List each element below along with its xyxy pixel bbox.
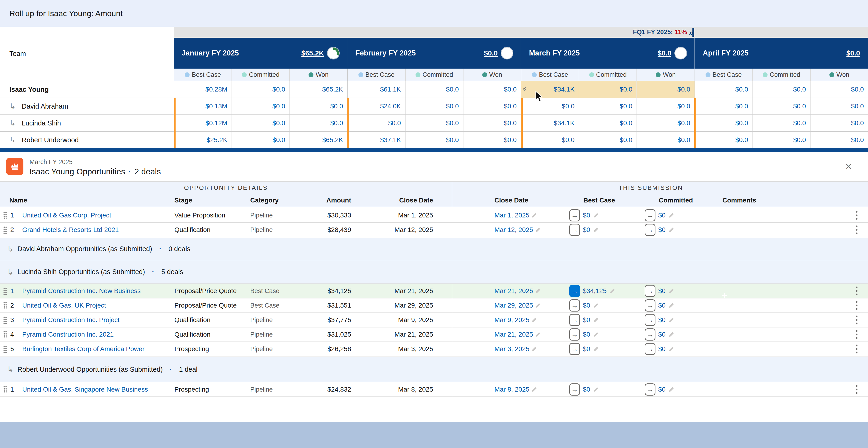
forecast-cell[interactable]: $0.0 xyxy=(637,132,694,148)
committed-value[interactable]: $0 xyxy=(658,316,665,324)
forecast-cell[interactable]: $0.0 xyxy=(694,98,752,115)
drag-handle[interactable] xyxy=(3,316,7,324)
month-total-link[interactable]: $0.0 xyxy=(846,49,860,57)
opportunity-link[interactable]: Pyramid Construction Inc. Project xyxy=(22,316,120,324)
forecast-cell[interactable]: $0.0 xyxy=(579,132,637,148)
committed-value[interactable]: $0 xyxy=(658,345,665,353)
forecast-cell[interactable]: $0.0 xyxy=(810,98,868,115)
best-case-value[interactable]: $0 xyxy=(583,331,590,338)
committed-value[interactable]: $0 xyxy=(658,212,665,219)
copy-forward-button[interactable] xyxy=(645,314,655,326)
forecast-cell[interactable]: $0.0 xyxy=(231,132,289,148)
copy-forward-button[interactable] xyxy=(645,224,655,236)
opportunity-link[interactable]: Burlington Textiles Corp of America Powe… xyxy=(22,345,145,353)
month-total-link[interactable]: $65.2K xyxy=(301,49,324,57)
copy-forward-button[interactable] xyxy=(569,383,580,395)
opportunity-link[interactable]: Pyramid Construction Inc. 2021 xyxy=(22,331,114,338)
row-menu-button[interactable] xyxy=(856,301,858,310)
copy-forward-button[interactable] xyxy=(645,209,655,221)
copy-forward-button[interactable] xyxy=(645,328,655,341)
forecast-cell[interactable]: $0.0 xyxy=(694,81,752,98)
opportunity-link[interactable]: United Oil & Gas, UK Project xyxy=(22,302,106,309)
copy-forward-button[interactable] xyxy=(569,343,580,355)
copy-forward-button[interactable] xyxy=(569,224,580,236)
forecast-cell[interactable]: $0.0 xyxy=(752,115,810,131)
forecast-cell[interactable]: $25.2K xyxy=(174,132,231,148)
committed-value[interactable]: $0 xyxy=(658,386,665,393)
best-case-value[interactable]: $0 xyxy=(583,212,590,219)
row-menu-button[interactable] xyxy=(856,385,858,394)
copy-forward-button[interactable] xyxy=(645,343,655,355)
copy-forward-button[interactable] xyxy=(645,285,655,297)
drag-handle[interactable] xyxy=(3,302,7,309)
copy-forward-button[interactable] xyxy=(569,328,580,341)
sub-close-date-edit[interactable]: Mar 21, 2025 xyxy=(494,331,541,338)
forecast-cell[interactable]: $0.0 xyxy=(463,98,521,115)
drag-handle[interactable] xyxy=(3,212,7,219)
forecast-cell-selected[interactable]: $34.1K xyxy=(521,81,579,98)
forecast-cell[interactable]: $0.12M xyxy=(174,115,231,131)
forecast-cell[interactable]: $0.13M xyxy=(174,98,231,115)
row-menu-button[interactable] xyxy=(856,211,858,220)
sub-close-date-edit[interactable]: Mar 8, 2025 xyxy=(494,386,537,393)
forecast-cell[interactable]: $0.0 xyxy=(405,81,463,98)
drag-handle[interactable] xyxy=(3,331,7,338)
committed-value[interactable]: $0 xyxy=(658,302,665,309)
forecast-cell[interactable]: $34.1K xyxy=(521,115,579,131)
forecast-cell[interactable]: $0.0 xyxy=(637,98,694,115)
forecast-cell[interactable]: $0.0 xyxy=(752,81,810,98)
row-menu-button[interactable] xyxy=(856,287,858,295)
forecast-cell[interactable]: $0.0 xyxy=(694,115,752,131)
row-menu-button[interactable] xyxy=(856,330,858,339)
forecast-cell[interactable]: $0.0 xyxy=(463,132,521,148)
forecast-cell[interactable]: $0.0 xyxy=(231,98,289,115)
forecast-cell[interactable]: $65.2K xyxy=(289,81,347,98)
copy-forward-button-active[interactable] xyxy=(569,285,580,297)
sub-close-date-edit[interactable]: Mar 9, 2025 xyxy=(494,316,537,324)
best-case-value[interactable]: $0 xyxy=(583,316,590,324)
drag-handle[interactable] xyxy=(3,287,7,295)
opportunity-link[interactable]: Grand Hotels & Resorts Ltd 2021 xyxy=(22,226,119,233)
copy-forward-button[interactable] xyxy=(645,299,655,312)
forecast-cell[interactable]: $0.0 xyxy=(463,81,521,98)
forecast-cell[interactable]: $37.1K xyxy=(347,132,405,148)
forecast-cell[interactable]: $0.0 xyxy=(289,115,347,131)
forecast-cell[interactable]: $61.1K xyxy=(347,81,405,98)
best-case-value[interactable]: $0 xyxy=(583,345,590,353)
copy-forward-button[interactable] xyxy=(569,314,580,326)
best-case-value[interactable]: $0 xyxy=(583,386,590,393)
forecast-cell[interactable]: $0.0 xyxy=(637,115,694,131)
forecast-cell[interactable]: $0.0 xyxy=(579,115,637,131)
drag-handle[interactable] xyxy=(3,226,7,233)
forecast-cell[interactable]: $0.0 xyxy=(289,98,347,115)
month-total-link[interactable]: $0.0 xyxy=(658,49,671,57)
copy-forward-button[interactable] xyxy=(645,383,655,395)
forecast-cell[interactable]: $0.0 xyxy=(752,132,810,148)
forecast-cell[interactable]: $0.0 xyxy=(463,115,521,131)
sub-close-date-edit[interactable]: Mar 12, 2025 xyxy=(494,226,541,233)
sub-close-date-edit[interactable]: Mar 29, 2025 xyxy=(494,302,541,309)
forecast-cell[interactable]: $0.0 xyxy=(347,115,405,131)
forecast-cell[interactable]: $0.0 xyxy=(405,115,463,131)
forecast-cell[interactable]: $0.0 xyxy=(810,132,868,148)
sub-close-date-edit[interactable]: Mar 3, 2025 xyxy=(494,345,537,353)
forecast-cell[interactable]: $0.0 xyxy=(694,132,752,148)
forecast-cell[interactable]: $0.28M xyxy=(174,81,231,98)
close-icon[interactable] xyxy=(843,161,855,172)
forecast-cell[interactable]: $24.0K xyxy=(347,98,405,115)
forecast-cell[interactable]: $0.0 xyxy=(521,98,579,115)
best-case-value[interactable]: $0 xyxy=(583,226,590,233)
forecast-cell[interactable]: $0.0 xyxy=(810,81,868,98)
committed-value[interactable]: $0 xyxy=(658,226,665,233)
forecast-cell[interactable]: $0.0 xyxy=(405,132,463,148)
quarter-banner-link[interactable]: FQ1 FY 2025: 11% xyxy=(633,27,692,38)
copy-forward-button[interactable] xyxy=(569,209,580,221)
copy-forward-button[interactable] xyxy=(569,299,580,312)
forecast-cell[interactable]: $0.0 xyxy=(405,98,463,115)
opportunity-link[interactable]: United Oil & Gas, Singapore New Business xyxy=(22,386,148,393)
forecast-cell[interactable]: $0.0 xyxy=(231,81,289,98)
month-total-link[interactable]: $0.0 xyxy=(484,49,498,57)
sub-close-date-edit[interactable]: Mar 1, 2025 xyxy=(494,212,537,219)
forecast-cell[interactable]: $0.0 xyxy=(231,115,289,131)
opportunity-link[interactable]: Pyramid Construction Inc. New Business xyxy=(22,287,141,295)
